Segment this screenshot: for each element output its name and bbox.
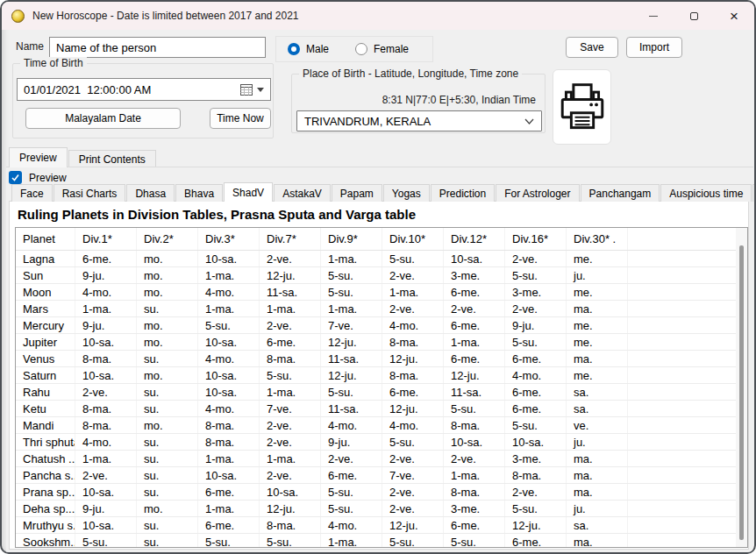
table-row[interactable]: Pancha s...2-ve.su.10-sa.2-ve.6-me.7-ve.… — [16, 467, 736, 484]
table-row[interactable]: Deha sp...9-ju.mo.1-ma.12-ju.5-su.2-ve.3… — [16, 501, 736, 517]
tab-for-astrologer[interactable]: For Astrologer — [496, 184, 579, 202]
printer-icon — [559, 82, 606, 132]
cell-filler — [628, 467, 736, 483]
planet-name-cell: Mandi — [16, 417, 75, 433]
table-row[interactable]: Mercury9-ju.mo.5-su.2-ve.7-ve.4-mo.6-me.… — [16, 317, 736, 334]
minimize-button[interactable] — [633, 2, 674, 30]
tab-face[interactable]: Face — [11, 184, 53, 202]
division-value-cell: 10-sa. — [444, 434, 505, 450]
division-value-cell: 5-su. — [260, 367, 321, 383]
place-of-birth-group: Place of Birth - Latitude, Longitude, Ti… — [291, 74, 546, 133]
table-row[interactable]: Venus8-ma.su.4-mo.8-ma.11-sa.12-ju.6-me.… — [16, 351, 736, 367]
division-value-cell: mo. — [137, 417, 198, 433]
division-value-cell: 8-ma. — [260, 517, 321, 533]
table-row[interactable]: Ketu8-ma.su.4-mo.7-ve.11-sa.12-ju.5-su.6… — [16, 401, 736, 417]
maximize-button[interactable] — [674, 2, 714, 30]
division-value-cell: 2-ve. — [321, 451, 382, 466]
tab-panchangam[interactable]: Panchangam — [581, 184, 660, 202]
city-combobox[interactable]: TRIVANDRUM, KERALA — [296, 110, 542, 131]
table-row[interactable]: Sookshm...5-su.su.5-su.5-su.1-ma.5-su.5-… — [16, 534, 736, 548]
division-value-cell: mo. — [137, 317, 198, 333]
tab-dhasa[interactable]: Dhasa — [126, 184, 175, 202]
table-row[interactable]: Chatush ...1-ma.su.1-ma.1-ma.2-ve.2-ve.2… — [16, 451, 736, 467]
division-value-cell: 12-ju. — [260, 267, 321, 283]
division-value-cell: 8-ma. — [444, 484, 505, 500]
name-input[interactable] — [49, 37, 266, 58]
print-button[interactable] — [553, 69, 611, 145]
division-value-cell: 1-ma. — [260, 451, 321, 466]
title-bar[interactable]: New Horoscope - Date is limited between … — [2, 2, 754, 30]
tab-preview[interactable]: Preview — [9, 147, 68, 167]
planet-name-cell: Rahu — [16, 384, 75, 400]
division-value-cell: 4-mo. — [198, 401, 260, 416]
minimize-icon — [649, 16, 658, 17]
birth-datetime-field[interactable]: 01/01/2021 12:00:00 AM — [17, 78, 271, 101]
malayalam-date-button[interactable]: Malayalam Date — [25, 108, 181, 129]
table-row[interactable]: Prana sp...10-sa.su.6-me.10-sa.5-su.2-ve… — [16, 484, 736, 501]
division-value-cell: 5-su. — [505, 417, 567, 433]
radio-male-label: Male — [306, 43, 329, 55]
table-row[interactable]: Mars1-ma.su.1-ma.1-ma.1-ma.2-ve.2-ve.2-v… — [16, 301, 736, 317]
tab-papam[interactable]: Papam — [332, 184, 382, 202]
tab-yogas[interactable]: Yogas — [383, 184, 430, 202]
chevron-down-icon[interactable] — [257, 88, 264, 92]
radio-male[interactable]: Male — [288, 43, 329, 55]
import-button[interactable]: Import — [626, 37, 682, 58]
planet-name-cell: Deha sp... — [16, 501, 75, 516]
table-row[interactable]: Jupiter10-sa.mo.10-sa.6-me.12-ju.8-ma.1-… — [16, 334, 736, 351]
division-value-cell: 8-ma. — [260, 351, 321, 366]
table-row[interactable]: Moon4-mo.mo.4-mo.11-sa.5-su.1-ma.6-me.3-… — [16, 284, 736, 301]
division-value-cell: ma. — [567, 467, 628, 483]
table-row[interactable]: Rahu2-ve.su.10-sa.1-ma.5-su.6-me.11-sa.6… — [16, 384, 736, 401]
table-row[interactable]: Thri sphuta4-mo.su.8-ma.2-ve.9-ju.5-su.1… — [16, 434, 736, 451]
division-value-cell: 5-su. — [321, 484, 382, 500]
tab-prediction[interactable]: Prediction — [431, 184, 495, 202]
column-header-div-3: Div.3* — [198, 228, 260, 250]
column-header-div-16: Div.16* — [505, 228, 567, 250]
division-value-cell: 2-ve. — [75, 384, 137, 400]
division-value-cell: 6-me. — [444, 284, 505, 300]
division-value-cell: 1-ma. — [75, 301, 137, 316]
division-value-cell: 4-mo. — [321, 417, 382, 433]
time-now-button[interactable]: Time Now — [210, 108, 271, 129]
tab-birthstar[interactable]: BirthStar — [752, 184, 756, 202]
table-row[interactable]: Sun9-ju.mo.1-ma.12-ju.5-su.2-ve.3-me.5-s… — [16, 267, 736, 284]
division-value-cell: 2-ve. — [75, 467, 137, 483]
radio-female[interactable]: Female — [355, 43, 409, 55]
division-value-cell: 9-ju. — [75, 501, 137, 516]
varga-table: PlanetDiv.1*Div.2*Div.3*Div.7*Div.9*Div.… — [16, 228, 736, 548]
division-value-cell: 4-mo. — [382, 417, 444, 433]
division-value-cell: 8-ma. — [505, 467, 567, 483]
division-value-cell: 12-ju. — [444, 367, 505, 383]
column-header-planet: Planet — [16, 228, 75, 250]
division-value-cell: me. — [567, 284, 628, 300]
table-row[interactable]: Lagna6-me.mo.10-sa.2-ve.1-ma.5-su.10-sa.… — [16, 251, 736, 267]
birth-coordinates: 8:31 N|77:0 E|+5:30, Indian Time — [382, 94, 536, 106]
division-value-cell: mo. — [137, 251, 198, 266]
save-button[interactable]: Save — [566, 37, 618, 58]
division-value-cell: 9-ju. — [321, 434, 382, 450]
table-row[interactable]: Saturn10-sa.mo.10-sa.5-su.12-ju.8-ma.12-… — [16, 367, 736, 384]
division-value-cell: ve. — [567, 417, 628, 433]
city-value: TRIVANDRUM, KERALA — [304, 115, 431, 128]
tab-print-contents[interactable]: Print Contents — [68, 150, 156, 167]
division-value-cell: mo. — [137, 501, 198, 516]
tab-bhava[interactable]: Bhava — [175, 184, 223, 202]
division-value-cell: 8-ma. — [382, 367, 444, 383]
vertical-scrollbar[interactable] — [736, 228, 747, 547]
table-body: Lagna6-me.mo.10-sa.2-ve.1-ma.5-su.10-sa.… — [16, 251, 736, 548]
scrollbar-thumb[interactable] — [739, 245, 744, 540]
tab-auspicious-time[interactable]: Auspicious time — [660, 184, 752, 202]
table-row[interactable]: Mruthyu s...10-sa.su.6-me.8-ma.4-mo.12-j… — [16, 517, 736, 534]
tab-shadv[interactable]: ShadV — [224, 182, 273, 202]
table-row[interactable]: Mandi8-ma.mo.8-ma.2-ve.4-mo.4-mo.8-ma.5-… — [16, 417, 736, 434]
division-value-cell: 2-ve. — [260, 317, 321, 333]
division-value-cell: 5-su. — [444, 401, 505, 416]
cell-filler — [628, 534, 736, 548]
varga-table-panel: PlanetDiv.1*Div.2*Div.3*Div.7*Div.9*Div.… — [15, 227, 748, 548]
close-button[interactable]: × — [714, 2, 754, 30]
planet-name-cell: Jupiter — [16, 334, 75, 350]
time-of-birth-label: Time of Birth — [20, 57, 87, 69]
tab-astakav[interactable]: AstakaV — [274, 184, 331, 202]
tab-rasi-charts[interactable]: Rasi Charts — [53, 184, 126, 202]
